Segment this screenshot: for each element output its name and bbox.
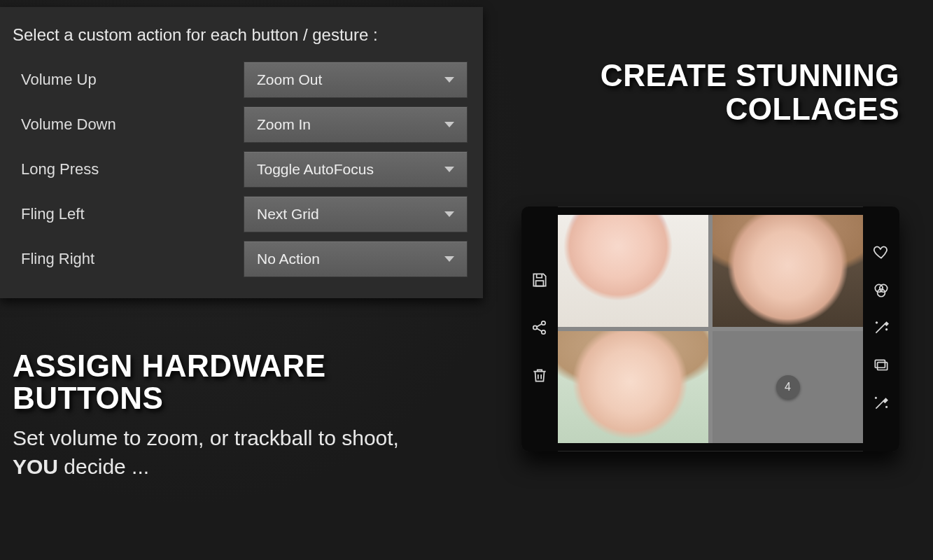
dropdown-value: Next Grid xyxy=(257,206,319,223)
svg-rect-0 xyxy=(536,281,544,286)
setting-row-volume-down: Volume Down Zoom In xyxy=(13,106,470,143)
collage-slot-4-empty[interactable]: 4 xyxy=(713,331,863,443)
dropdown-value: Toggle AutoFocus xyxy=(257,161,374,178)
subtitle-pre: Set volume to zoom, or trackball to shoo… xyxy=(13,426,399,449)
slot-number-badge: 4 xyxy=(776,375,800,399)
setting-row-long-press: Long Press Toggle AutoFocus xyxy=(13,151,470,188)
magic-wand-icon[interactable] xyxy=(872,318,890,340)
chevron-down-icon xyxy=(444,122,454,127)
dropdown-volume-down[interactable]: Zoom In xyxy=(244,106,468,143)
dropdown-fling-left[interactable]: Next Grid xyxy=(244,196,468,232)
layers-icon[interactable] xyxy=(872,356,890,377)
collage-slot-2[interactable] xyxy=(713,215,863,327)
setting-label: Fling Right xyxy=(13,250,244,268)
svg-point-5 xyxy=(880,284,888,292)
customize-icon[interactable] xyxy=(872,394,890,415)
svg-rect-7 xyxy=(875,360,885,368)
chevron-down-icon xyxy=(444,256,454,262)
save-icon[interactable] xyxy=(531,271,549,292)
assign-hardware-headline: ASSIGN HARDWARE BUTTONS Set volume to zo… xyxy=(13,350,433,481)
setting-label: Long Press xyxy=(13,160,244,178)
left-toolbar xyxy=(521,206,558,451)
dropdown-long-press[interactable]: Toggle AutoFocus xyxy=(244,151,468,188)
trash-icon[interactable] xyxy=(531,366,549,387)
headline-line1: ASSIGN HARDWARE xyxy=(13,349,326,383)
collage-slot-3[interactable] xyxy=(558,331,708,443)
dropdown-value: Zoom Out xyxy=(257,71,322,88)
svg-point-6 xyxy=(878,289,885,297)
dropdown-value: Zoom In xyxy=(257,116,311,133)
settings-panel-title: Select a custom action for each button /… xyxy=(13,25,470,45)
headline-title: ASSIGN HARDWARE BUTTONS xyxy=(13,350,433,414)
dropdown-value: No Action xyxy=(257,251,320,267)
share-icon[interactable] xyxy=(531,318,549,340)
setting-label: Volume Down xyxy=(13,115,244,134)
dropdown-volume-up[interactable]: Zoom Out xyxy=(244,62,468,98)
svg-rect-8 xyxy=(878,363,888,370)
hardware-buttons-settings-panel: Select a custom action for each button /… xyxy=(0,7,483,298)
chevron-down-icon xyxy=(444,77,454,83)
setting-label: Fling Left xyxy=(13,205,244,223)
subtitle-strong: YOU xyxy=(13,455,58,478)
collage-editor-preview: 4 xyxy=(521,206,899,451)
create-collages-headline: CREATE STUNNING COLLAGES xyxy=(601,59,899,127)
heart-icon[interactable] xyxy=(872,243,890,264)
setting-label: Volume Up xyxy=(13,71,244,89)
headline-line1: CREATE STUNNING xyxy=(601,58,899,92)
chevron-down-icon xyxy=(444,211,454,217)
filters-icon[interactable] xyxy=(872,281,890,302)
setting-row-fling-left: Fling Left Next Grid xyxy=(13,196,470,232)
setting-row-volume-up: Volume Up Zoom Out xyxy=(13,62,470,98)
chevron-down-icon xyxy=(444,167,454,172)
headline-line2: COLLAGES xyxy=(726,92,899,126)
headline-subtitle: Set volume to zoom, or trackball to shoo… xyxy=(13,424,433,481)
headline-line2: BUTTONS xyxy=(13,381,163,415)
headline-title: CREATE STUNNING COLLAGES xyxy=(601,59,899,127)
dropdown-fling-right[interactable]: No Action xyxy=(244,241,468,277)
collage-grid: 4 xyxy=(558,215,863,443)
subtitle-post: decide ... xyxy=(58,455,149,478)
collage-slot-1[interactable] xyxy=(558,215,708,327)
setting-row-fling-right: Fling Right No Action xyxy=(13,241,470,277)
right-toolbar xyxy=(863,206,899,451)
